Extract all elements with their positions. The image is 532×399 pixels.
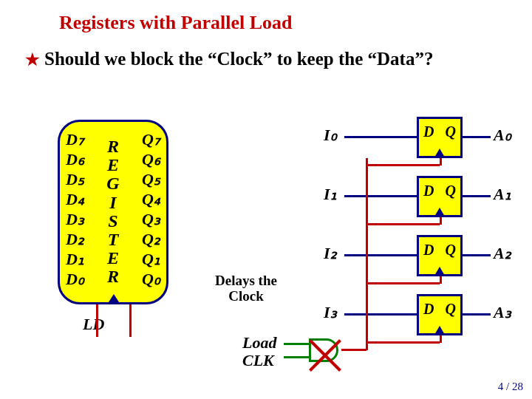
load-clk-labels: Load CLK (242, 334, 276, 369)
register-q-outputs: Q₇ Q₆ Q₅ Q₄ Q₃ Q₂ Q₁ Q₀ (142, 129, 160, 289)
q7: Q₇ (142, 129, 160, 149)
q1: Q₁ (142, 249, 160, 269)
clk-branch-wire (366, 164, 440, 166)
clk-branch-wire (366, 341, 440, 344)
ff-q-label: Q (446, 183, 456, 200)
d0: D₀ (66, 269, 84, 289)
bullet-text: Should we block the “Clock” to keep the … (44, 49, 433, 69)
and-output-wire (341, 349, 366, 351)
q2: Q₂ (142, 229, 160, 249)
signal-a0: A₀ (494, 126, 511, 145)
flipflop-1: D Q (417, 176, 463, 217)
clk-branch-wire (440, 158, 442, 166)
wire (344, 195, 418, 197)
wire (344, 313, 418, 316)
register-wire (129, 304, 132, 337)
d2: D₂ (66, 229, 84, 249)
load-label: Load (242, 333, 276, 352)
signal-i3: I₃ (324, 303, 337, 322)
register-block: D₇ D₆ D₅ D₄ D₃ D₂ D₁ D₀ REGISTER Q₇ Q₆ Q… (58, 120, 168, 304)
ld-label: LD (83, 315, 104, 334)
q3: Q₃ (142, 209, 160, 229)
wire (344, 254, 418, 256)
ff-d-label: D (423, 301, 434, 318)
register-clock-triangle-icon (107, 294, 120, 304)
ff-q-label: Q (446, 242, 456, 259)
register-wire (96, 304, 98, 337)
and-gate-icon (309, 338, 338, 362)
signal-i1: I₁ (324, 185, 337, 204)
wire (463, 254, 491, 256)
register-d-inputs: D₇ D₆ D₅ D₄ D₃ D₂ D₁ D₀ (66, 129, 84, 289)
ff-q-label: Q (446, 123, 456, 140)
flipflop-2: D Q (417, 235, 463, 276)
q6: Q₆ (142, 149, 160, 169)
signal-i2: I₂ (324, 244, 337, 263)
d7: D₇ (66, 129, 84, 149)
wire (463, 195, 491, 197)
clk-branch-wire (440, 217, 442, 225)
wire (463, 136, 491, 138)
clk-branch-wire (366, 223, 440, 225)
q4: Q₄ (142, 189, 160, 209)
delay-annotation: Delays the Clock (214, 273, 278, 304)
signal-a2: A₂ (494, 244, 511, 263)
d3: D₃ (66, 209, 84, 229)
clock-triangle-icon (434, 149, 445, 157)
load-wire (284, 343, 309, 345)
page-number: 4 / 28 (498, 381, 523, 393)
clk-branch-wire (440, 335, 442, 343)
ff-d-label: D (423, 123, 434, 140)
star-icon: ★ (25, 50, 40, 69)
clock-bus-wire (366, 158, 368, 350)
wire (344, 136, 418, 138)
ff-d-label: D (423, 242, 434, 259)
clk-label: CLK (242, 351, 274, 369)
d6: D₆ (66, 149, 84, 169)
clk-branch-wire (440, 276, 442, 284)
ff-q-label: Q (446, 301, 456, 318)
signal-a3: A₃ (494, 303, 511, 322)
q5: Q₅ (142, 169, 160, 189)
clk-branch-wire (366, 282, 440, 284)
d1: D₁ (66, 249, 84, 269)
clock-triangle-icon (434, 208, 445, 216)
ff-d-label: D (423, 183, 434, 200)
slide-title: Registers with Parallel Load (59, 12, 293, 34)
signal-i0: I₀ (324, 126, 337, 145)
clock-triangle-icon (434, 267, 445, 276)
bullet-line: ★Should we block the “Clock” to keep the… (25, 49, 433, 69)
clk-wire (284, 356, 309, 358)
signal-a1: A₁ (494, 185, 511, 204)
q0: Q₀ (142, 269, 160, 289)
d4: D₄ (66, 189, 84, 209)
flipflop-3: D Q (417, 294, 463, 335)
register-vertical-label: REGISTER (106, 137, 119, 287)
flipflop-0: D Q (417, 117, 463, 158)
clock-triangle-icon (434, 326, 445, 335)
d5: D₅ (66, 169, 84, 189)
wire (463, 313, 491, 316)
